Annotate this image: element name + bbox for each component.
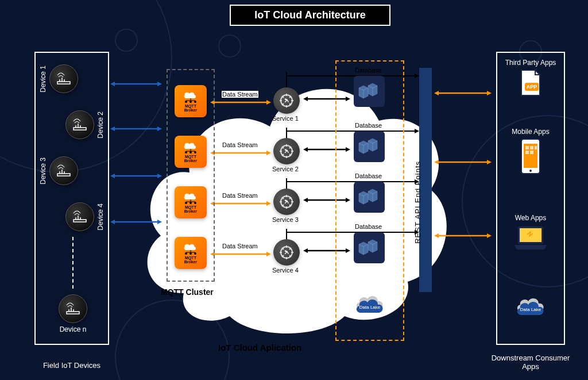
- data-stream-3-label: Data Stream: [222, 192, 258, 199]
- laptop-icon: [497, 224, 564, 252]
- arrow-rest-consumer-3: [434, 232, 492, 239]
- database-3-label: Database: [355, 172, 382, 179]
- arrow-mqtt-service-2: [210, 149, 271, 156]
- arrow-mqtt-service-4: [210, 251, 271, 258]
- svg-text:Data Lake: Data Lake: [359, 305, 381, 310]
- svg-marker-66: [303, 147, 308, 152]
- data-lake-icon: Data Lake: [497, 294, 564, 321]
- app-file-icon: APP: [497, 69, 564, 97]
- service-gear-icon: [273, 239, 300, 266]
- device-3-label: Device 3: [39, 158, 47, 185]
- svg-rect-34: [530, 151, 533, 154]
- svg-marker-63: [303, 97, 308, 101]
- service-4-label: Service 4: [272, 267, 299, 274]
- database-icon: [354, 131, 385, 162]
- diagram-title: IoT Cloud Architecture: [230, 5, 390, 26]
- router-icon: [65, 202, 94, 231]
- arrow-device-mqtt-3: [110, 172, 162, 179]
- database-icon: [354, 182, 385, 213]
- database-icon: [354, 232, 385, 263]
- device-n-label: Device n: [60, 325, 87, 333]
- arrow-device-mqtt-4: [110, 218, 162, 225]
- database-1-label: Database: [355, 67, 382, 74]
- svg-marker-48: [110, 220, 115, 224]
- arrow-device-mqtt-2: [110, 125, 162, 132]
- svg-point-29: [529, 170, 532, 172]
- data-stream-1-label: Data Stream: [222, 91, 258, 98]
- svg-marker-42: [110, 126, 115, 131]
- arrow-rest-consumer-2: [434, 159, 492, 166]
- devices-panel: Device 1 Device 2 Device 3 Device 4 Devi…: [34, 52, 109, 345]
- arrow-mqtt-service-1: [210, 99, 271, 106]
- cloud-title: IoT Cloud Aplication: [218, 343, 301, 352]
- svg-marker-40: [157, 82, 162, 86]
- database-2-label: Database: [355, 122, 382, 129]
- router-icon: [65, 110, 94, 139]
- svg-marker-45: [110, 174, 115, 178]
- data-lake-icon: Data Lake: [353, 292, 387, 321]
- svg-rect-32: [535, 146, 537, 149]
- service-1-label: Service 1: [272, 115, 299, 122]
- svg-marker-61: [266, 252, 271, 256]
- svg-marker-52: [266, 100, 271, 105]
- third-party-apps-label: Third Party Apps: [497, 59, 564, 67]
- arrow-device-mqtt-1: [110, 80, 162, 87]
- web-apps-label: Web Apps: [497, 214, 564, 222]
- svg-marker-58: [266, 201, 271, 206]
- service-3-label: Service 3: [272, 216, 299, 223]
- database-icon: [354, 76, 385, 107]
- device-2-label: Device 2: [96, 112, 105, 139]
- mobile-apps-label: Mobile Apps: [497, 128, 564, 136]
- router-icon: [59, 294, 87, 323]
- svg-marker-88: [487, 91, 492, 95]
- mqtt-cluster-label: MQTT Cluster: [161, 287, 214, 297]
- data-stream-4-label: Data Stream: [222, 243, 258, 250]
- consumer-panel-title: Downstream Consumer Apps: [490, 354, 571, 371]
- svg-marker-46: [157, 174, 162, 178]
- mobile-phone-icon: [497, 138, 564, 175]
- service-gear-icon: [273, 189, 300, 215]
- svg-marker-87: [434, 91, 439, 95]
- svg-marker-49: [157, 220, 162, 224]
- mqtt-cluster-box: [167, 69, 215, 282]
- svg-marker-91: [487, 160, 492, 164]
- svg-text:APP: APP: [527, 84, 537, 90]
- svg-marker-72: [303, 248, 308, 253]
- arrow-rest-consumer-1: [434, 90, 492, 97]
- svg-marker-90: [434, 160, 439, 164]
- svg-text:Data Lake: Data Lake: [520, 307, 541, 312]
- svg-marker-69: [303, 198, 308, 202]
- svg-marker-55: [266, 151, 271, 155]
- service-gear-icon: [273, 87, 300, 114]
- service-gear-icon: [273, 138, 300, 164]
- router-icon: [49, 64, 78, 93]
- svg-rect-33: [525, 151, 529, 154]
- service-2-label: Service 2: [272, 166, 299, 172]
- consumer-apps-panel: Third Party Apps APP Mobile Apps Web App…: [496, 52, 565, 345]
- devices-panel-title: Field IoT Devices: [34, 361, 109, 370]
- svg-marker-75: [415, 74, 419, 78]
- svg-marker-39: [110, 82, 115, 86]
- data-stream-2-label: Data Stream: [222, 141, 258, 148]
- rest-api-label: REST API End Points: [413, 161, 422, 244]
- svg-marker-93: [434, 233, 439, 238]
- svg-marker-78: [415, 129, 419, 133]
- svg-marker-43: [157, 126, 162, 131]
- database-4-label: Database: [355, 223, 382, 230]
- router-icon: [49, 156, 78, 185]
- device-4-label: Device 4: [96, 204, 105, 231]
- arrow-mqtt-service-3: [210, 200, 271, 207]
- svg-rect-30: [525, 146, 529, 149]
- svg-marker-94: [487, 233, 492, 238]
- svg-rect-31: [530, 146, 533, 149]
- device-1-label: Device 1: [39, 66, 47, 93]
